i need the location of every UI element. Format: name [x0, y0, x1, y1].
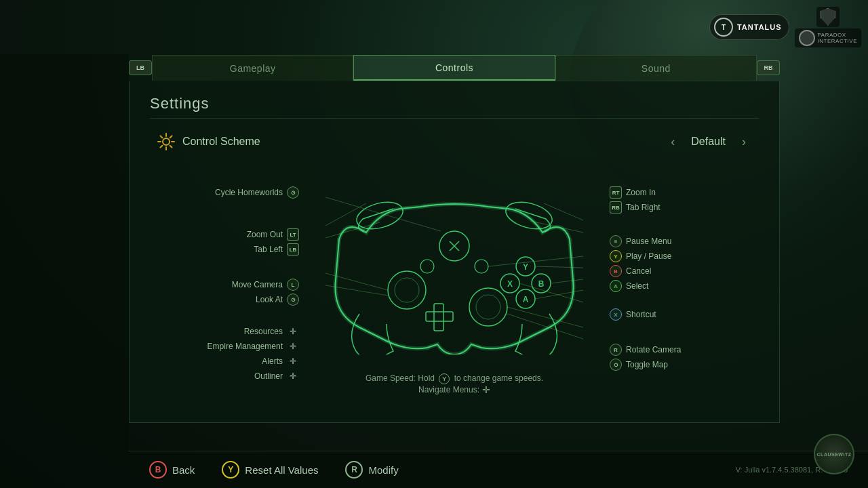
scheme-prev-arrow[interactable]: ‹ [665, 134, 681, 150]
tab-gameplay[interactable]: Gameplay [152, 55, 353, 81]
label-look-at: Look At ⊙ [150, 292, 299, 307]
controller-svg: Y B A X [326, 178, 583, 354]
btn-menu-circle: ⊙ [287, 186, 299, 199]
label-select: A Select [610, 279, 759, 293]
controller-svg-wrapper: Y B A X [326, 178, 583, 368]
btn-a-r: A [610, 280, 622, 292]
label-outliner: Outliner ✛ [150, 369, 299, 384]
label-zoom-out: Zoom Out LT [150, 227, 299, 242]
svg-point-9 [395, 278, 419, 302]
btn-rs-circle: ⊙ [287, 293, 299, 306]
paradox-shield [821, 8, 835, 26]
btn-lt: LT [287, 228, 299, 241]
svg-text:X: X [507, 279, 513, 289]
dpad-alerts: ✛ [287, 355, 299, 367]
paradox-logo: paradoxinteractive [795, 7, 861, 47]
tantalus-logo: T TANTALUS [709, 14, 789, 40]
y-button: Y [222, 461, 239, 479]
b-button: B [149, 461, 167, 479]
btn-y-r: Y [610, 250, 622, 262]
left-panel [0, 54, 129, 488]
paradox-gear [799, 30, 815, 46]
label-resources: Resources ✛ [150, 324, 299, 339]
settings-content: Settings Control Scheme ‹ Default › [129, 81, 780, 423]
svg-point-0 [163, 138, 170, 145]
scheme-value-text: Default [691, 136, 726, 148]
btn-r-rotate: R [610, 344, 622, 356]
control-scheme-value: ‹ Default › [665, 134, 752, 150]
tab-controls[interactable]: Controls [353, 55, 555, 81]
clausewitz-logo: CLAUSEWITZ [814, 434, 854, 474]
btn-rs-map: ⊙ [610, 359, 622, 371]
btn-rb-r: RB [610, 201, 622, 214]
control-scheme-label: Control Scheme [157, 132, 260, 151]
svg-line-34 [507, 307, 583, 327]
svg-text:Y: Y [523, 262, 528, 272]
game-speed-note: Game Speed: Hold Y to change game speeds… [366, 373, 543, 384]
label-zoom-in: RT Zoom In [610, 185, 759, 200]
control-scheme-row: Control Scheme ‹ Default › [150, 132, 759, 151]
label-tab-left: Tab Left LB [150, 242, 299, 257]
svg-line-35 [507, 314, 583, 339]
modify-action[interactable]: R Modify [345, 461, 398, 479]
btn-menu: ≡ [610, 235, 622, 247]
svg-point-10 [469, 288, 507, 326]
svg-point-8 [388, 271, 426, 309]
navigate-dpad: ✛ [482, 384, 490, 395]
btn-b-r: B [610, 265, 622, 277]
scheme-next-arrow[interactable]: › [736, 134, 752, 150]
svg-line-31 [551, 279, 583, 283]
label-empire: Empire Management ✛ [150, 339, 299, 354]
lb-badge: LB [129, 60, 152, 75]
label-tab-right: RB Tab Right [610, 200, 759, 215]
back-label: Back [172, 464, 195, 476]
svg-rect-12 [434, 304, 443, 331]
left-labels: Cycle Homeworlds ⊙ Zoom Out LT Tab Left … [150, 165, 299, 409]
btn-x-r: X [610, 308, 622, 321]
svg-text:A: A [523, 295, 529, 304]
svg-line-24 [326, 222, 380, 238]
label-play-pause: Y Play / Pause [610, 249, 759, 264]
svg-line-29 [488, 256, 583, 266]
svg-point-11 [476, 295, 500, 319]
svg-rect-13 [426, 312, 453, 321]
dpad-outliner: ✛ [287, 370, 299, 382]
tantalus-label: TANTALUS [737, 23, 782, 31]
navigate-note: Navigate Menus: ✛ [418, 384, 490, 395]
svg-line-32 [535, 290, 583, 299]
svg-line-27 [544, 203, 583, 220]
control-scheme-text: Control Scheme [182, 136, 260, 148]
y-badge-speed: Y [439, 373, 450, 384]
controller-area: Cycle Homeworlds ⊙ Zoom Out LT Tab Left … [150, 165, 759, 409]
svg-line-30 [535, 266, 583, 268]
label-cancel: B Cancel [610, 264, 759, 279]
r-button: R [345, 461, 363, 479]
label-alerts: Alerts ✛ [150, 354, 299, 369]
modify-label: Modify [368, 464, 398, 476]
reset-action[interactable]: Y Reset All Values [222, 461, 318, 479]
control-scheme-icon [157, 132, 176, 151]
label-rotate-camera: R Rotate Camera [610, 342, 759, 357]
label-pause-menu: ≡ Pause Menu [610, 234, 759, 249]
dpad-empire: ✛ [287, 340, 299, 352]
svg-point-7 [475, 260, 488, 273]
tantalus-icon: T [714, 18, 733, 37]
btn-lb: LB [287, 243, 299, 256]
tabs-row: LB Gameplay Controls Sound RB [129, 54, 780, 81]
svg-point-6 [420, 260, 434, 273]
rb-badge: RB [757, 60, 780, 75]
logos-area: T TANTALUS paradoxinteractive [709, 7, 861, 47]
right-labels: RT Zoom In RB Tab Right ≡ Pause Menu Y P… [610, 165, 759, 409]
settings-panel: LB Gameplay Controls Sound RB Settings C… [129, 54, 780, 447]
dpad-resources: ✛ [287, 325, 299, 338]
tab-sound[interactable]: Sound [555, 55, 757, 81]
settings-title: Settings [150, 95, 759, 119]
label-cycle-homeworlds: Cycle Homeworlds ⊙ [150, 185, 299, 200]
label-toggle-map: ⊙ Toggle Map [610, 357, 759, 372]
svg-text:B: B [538, 279, 545, 289]
back-action[interactable]: B Back [149, 461, 195, 479]
paradox-int: paradoxinteractive [795, 28, 861, 47]
label-shortcut: X Shortcut [610, 307, 759, 322]
paradox-dev [816, 7, 840, 27]
bottom-bar: B Back Y Reset All Values R Modify V: Ju… [129, 451, 868, 488]
